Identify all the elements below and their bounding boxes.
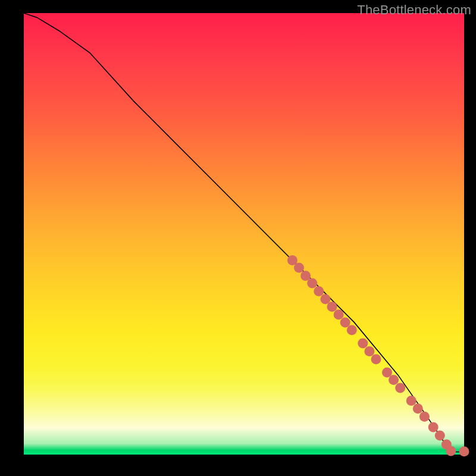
data-point: [334, 309, 344, 320]
data-point: [358, 339, 368, 349]
data-point: [294, 263, 304, 273]
data-point: [327, 302, 337, 312]
data-point: [413, 403, 423, 414]
data-point: [364, 346, 374, 356]
data-point: [446, 446, 456, 456]
attribution-text: TheBottleneck.com: [357, 2, 471, 18]
chart-overlay: [24, 13, 464, 455]
data-point: [419, 412, 430, 422]
data-point: [459, 446, 469, 456]
data-point: [435, 431, 445, 441]
data-point: [371, 354, 381, 364]
data-point: [428, 422, 439, 433]
data-point: [395, 383, 405, 393]
data-point: [307, 278, 317, 289]
chart-data-points: [287, 255, 469, 456]
data-point: [406, 396, 416, 406]
data-point: [314, 286, 324, 296]
data-point: [389, 375, 399, 385]
data-point: [347, 325, 357, 335]
